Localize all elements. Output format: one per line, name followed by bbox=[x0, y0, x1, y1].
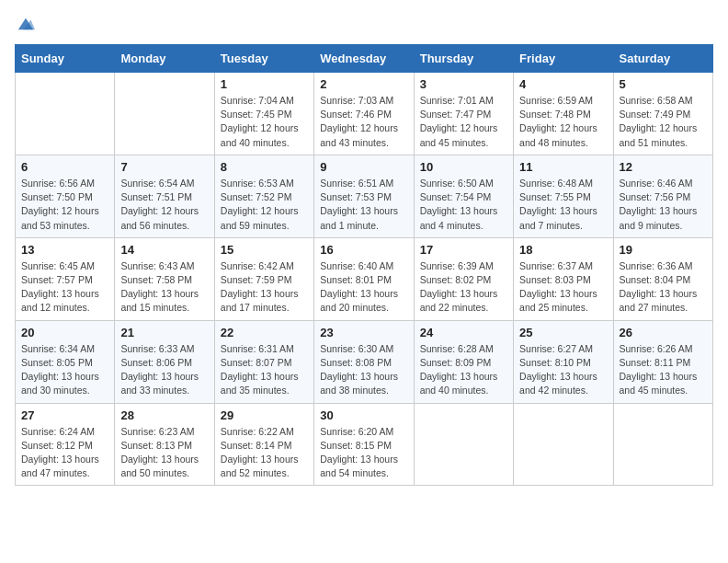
day-number: 3 bbox=[420, 77, 507, 91]
calendar-table: SundayMondayTuesdayWednesdayThursdayFrid… bbox=[15, 44, 713, 486]
day-number: 18 bbox=[519, 243, 607, 257]
day-number: 28 bbox=[120, 408, 208, 422]
calendar-cell bbox=[613, 403, 712, 486]
calendar-cell: 16Sunrise: 6:40 AMSunset: 8:01 PMDayligh… bbox=[314, 237, 414, 320]
calendar-cell: 3Sunrise: 7:01 AMSunset: 7:47 PMDaylight… bbox=[414, 73, 513, 155]
day-info: Sunrise: 6:40 AMSunset: 8:01 PMDaylight:… bbox=[320, 259, 407, 316]
calendar-cell: 2Sunrise: 7:03 AMSunset: 7:46 PMDaylight… bbox=[314, 73, 414, 155]
day-info: Sunrise: 6:23 AMSunset: 8:13 PMDaylight:… bbox=[120, 425, 208, 481]
calendar-cell: 1Sunrise: 7:04 AMSunset: 7:45 PMDaylight… bbox=[214, 73, 313, 155]
day-info: Sunrise: 6:42 AMSunset: 7:59 PMDaylight:… bbox=[221, 259, 308, 316]
calendar-cell bbox=[115, 73, 214, 155]
calendar-cell: 28Sunrise: 6:23 AMSunset: 8:13 PMDayligh… bbox=[115, 403, 214, 486]
calendar-week-5: 27Sunrise: 6:24 AMSunset: 8:12 PMDayligh… bbox=[16, 403, 713, 486]
day-number: 11 bbox=[519, 160, 607, 174]
day-number: 25 bbox=[519, 326, 607, 339]
day-info: Sunrise: 6:59 AMSunset: 7:48 PMDaylight:… bbox=[519, 94, 607, 150]
day-info: Sunrise: 7:01 AMSunset: 7:47 PMDaylight:… bbox=[420, 94, 507, 150]
calendar-cell: 27Sunrise: 6:24 AMSunset: 8:12 PMDayligh… bbox=[16, 403, 115, 486]
day-info: Sunrise: 6:30 AMSunset: 8:08 PMDaylight:… bbox=[320, 342, 407, 398]
day-info: Sunrise: 6:43 AMSunset: 7:58 PMDaylight:… bbox=[120, 259, 208, 316]
day-info: Sunrise: 6:45 AMSunset: 7:57 PMDaylight:… bbox=[21, 259, 108, 316]
calendar-cell: 21Sunrise: 6:33 AMSunset: 8:06 PMDayligh… bbox=[115, 320, 214, 403]
calendar-cell bbox=[16, 73, 115, 155]
calendar-cell: 11Sunrise: 6:48 AMSunset: 7:55 PMDayligh… bbox=[514, 155, 613, 237]
day-info: Sunrise: 6:37 AMSunset: 8:03 PMDaylight:… bbox=[519, 259, 607, 316]
day-info: Sunrise: 6:36 AMSunset: 8:04 PMDaylight:… bbox=[620, 259, 707, 316]
page-header bbox=[15, 15, 713, 33]
day-number: 4 bbox=[519, 77, 607, 91]
day-number: 15 bbox=[221, 243, 308, 257]
day-info: Sunrise: 6:27 AMSunset: 8:10 PMDaylight:… bbox=[519, 342, 607, 398]
day-number: 9 bbox=[320, 160, 407, 174]
day-number: 5 bbox=[620, 77, 707, 91]
calendar-cell: 14Sunrise: 6:43 AMSunset: 7:58 PMDayligh… bbox=[115, 237, 214, 320]
calendar-header-row: SundayMondayTuesdayWednesdayThursdayFrid… bbox=[16, 45, 713, 73]
day-number: 27 bbox=[21, 408, 108, 422]
calendar-cell: 15Sunrise: 6:42 AMSunset: 7:59 PMDayligh… bbox=[214, 237, 313, 320]
day-number: 26 bbox=[620, 326, 707, 339]
day-info: Sunrise: 6:46 AMSunset: 7:56 PMDaylight:… bbox=[620, 177, 707, 233]
logo-icon bbox=[17, 15, 35, 33]
day-info: Sunrise: 6:56 AMSunset: 7:50 PMDaylight:… bbox=[21, 177, 108, 233]
calendar-cell bbox=[414, 403, 513, 486]
weekday-header-tuesday: Tuesday bbox=[214, 45, 313, 73]
day-number: 7 bbox=[120, 160, 208, 174]
day-info: Sunrise: 6:51 AMSunset: 7:53 PMDaylight:… bbox=[320, 177, 407, 233]
calendar-cell: 8Sunrise: 6:53 AMSunset: 7:52 PMDaylight… bbox=[214, 155, 313, 237]
day-number: 13 bbox=[21, 243, 108, 257]
day-number: 10 bbox=[420, 160, 507, 174]
calendar-cell: 29Sunrise: 6:22 AMSunset: 8:14 PMDayligh… bbox=[214, 403, 313, 486]
weekday-header-thursday: Thursday bbox=[414, 45, 513, 73]
day-number: 29 bbox=[221, 408, 308, 422]
day-number: 22 bbox=[221, 326, 308, 339]
calendar-cell: 24Sunrise: 6:28 AMSunset: 8:09 PMDayligh… bbox=[414, 320, 513, 403]
calendar-week-2: 6Sunrise: 6:56 AMSunset: 7:50 PMDaylight… bbox=[16, 155, 713, 237]
calendar-cell: 13Sunrise: 6:45 AMSunset: 7:57 PMDayligh… bbox=[16, 237, 115, 320]
calendar-cell: 4Sunrise: 6:59 AMSunset: 7:48 PMDaylight… bbox=[514, 73, 613, 155]
calendar-cell: 10Sunrise: 6:50 AMSunset: 7:54 PMDayligh… bbox=[414, 155, 513, 237]
day-number: 1 bbox=[221, 77, 308, 91]
calendar-cell: 20Sunrise: 6:34 AMSunset: 8:05 PMDayligh… bbox=[16, 320, 115, 403]
day-number: 2 bbox=[320, 77, 407, 91]
day-info: Sunrise: 6:26 AMSunset: 8:11 PMDaylight:… bbox=[620, 342, 707, 398]
calendar-cell: 17Sunrise: 6:39 AMSunset: 8:02 PMDayligh… bbox=[414, 237, 513, 320]
day-number: 6 bbox=[21, 160, 108, 174]
calendar-cell: 23Sunrise: 6:30 AMSunset: 8:08 PMDayligh… bbox=[314, 320, 414, 403]
weekday-header-friday: Friday bbox=[514, 45, 613, 73]
calendar-cell: 5Sunrise: 6:58 AMSunset: 7:49 PMDaylight… bbox=[613, 73, 712, 155]
day-number: 30 bbox=[320, 408, 407, 422]
day-number: 23 bbox=[320, 326, 407, 339]
day-info: Sunrise: 6:48 AMSunset: 7:55 PMDaylight:… bbox=[519, 177, 607, 233]
calendar-cell: 22Sunrise: 6:31 AMSunset: 8:07 PMDayligh… bbox=[214, 320, 313, 403]
calendar-cell: 25Sunrise: 6:27 AMSunset: 8:10 PMDayligh… bbox=[514, 320, 613, 403]
calendar-cell: 26Sunrise: 6:26 AMSunset: 8:11 PMDayligh… bbox=[613, 320, 712, 403]
calendar-cell: 19Sunrise: 6:36 AMSunset: 8:04 PMDayligh… bbox=[613, 237, 712, 320]
day-info: Sunrise: 6:33 AMSunset: 8:06 PMDaylight:… bbox=[120, 342, 208, 398]
calendar-week-1: 1Sunrise: 7:04 AMSunset: 7:45 PMDaylight… bbox=[16, 73, 713, 155]
day-info: Sunrise: 6:53 AMSunset: 7:52 PMDaylight:… bbox=[221, 177, 308, 233]
calendar-cell: 7Sunrise: 6:54 AMSunset: 7:51 PMDaylight… bbox=[115, 155, 214, 237]
calendar-week-3: 13Sunrise: 6:45 AMSunset: 7:57 PMDayligh… bbox=[16, 237, 713, 320]
day-info: Sunrise: 6:20 AMSunset: 8:15 PMDaylight:… bbox=[320, 425, 407, 481]
day-number: 21 bbox=[120, 326, 208, 339]
day-number: 17 bbox=[420, 243, 507, 257]
weekday-header-sunday: Sunday bbox=[16, 45, 115, 73]
day-number: 14 bbox=[120, 243, 208, 257]
day-number: 12 bbox=[620, 160, 707, 174]
calendar-cell: 6Sunrise: 6:56 AMSunset: 7:50 PMDaylight… bbox=[16, 155, 115, 237]
day-info: Sunrise: 7:04 AMSunset: 7:45 PMDaylight:… bbox=[221, 94, 308, 150]
day-number: 8 bbox=[221, 160, 308, 174]
day-number: 16 bbox=[320, 243, 407, 257]
calendar-cell: 9Sunrise: 6:51 AMSunset: 7:53 PMDaylight… bbox=[314, 155, 414, 237]
day-info: Sunrise: 6:54 AMSunset: 7:51 PMDaylight:… bbox=[120, 177, 208, 233]
weekday-header-wednesday: Wednesday bbox=[314, 45, 414, 73]
weekday-header-saturday: Saturday bbox=[613, 45, 712, 73]
day-number: 19 bbox=[620, 243, 707, 257]
calendar-cell: 12Sunrise: 6:46 AMSunset: 7:56 PMDayligh… bbox=[613, 155, 712, 237]
logo bbox=[15, 15, 35, 33]
calendar-cell: 18Sunrise: 6:37 AMSunset: 8:03 PMDayligh… bbox=[514, 237, 613, 320]
day-info: Sunrise: 6:22 AMSunset: 8:14 PMDaylight:… bbox=[221, 425, 308, 481]
day-info: Sunrise: 6:50 AMSunset: 7:54 PMDaylight:… bbox=[420, 177, 507, 233]
day-info: Sunrise: 7:03 AMSunset: 7:46 PMDaylight:… bbox=[320, 94, 407, 150]
